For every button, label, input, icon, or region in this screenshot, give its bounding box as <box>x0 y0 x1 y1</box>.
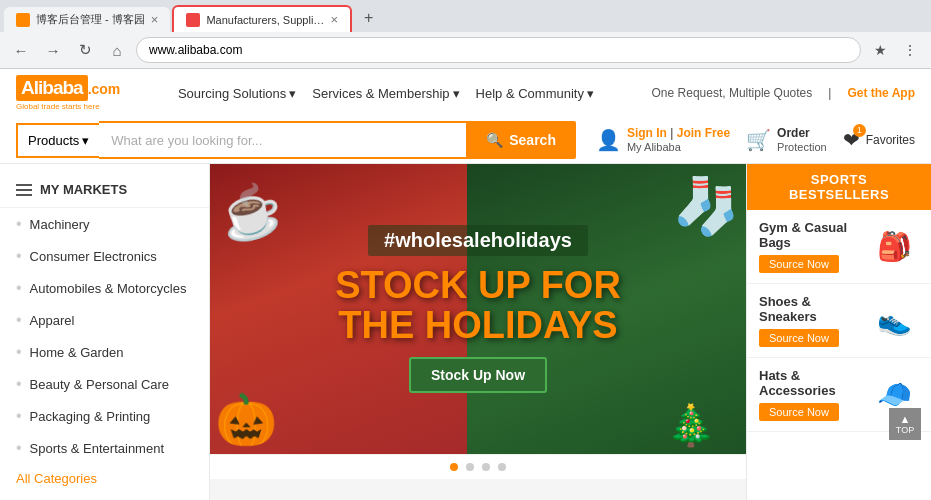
source-now-hats[interactable]: Source Now <box>759 403 839 421</box>
chevron-down-icon-2: ▾ <box>453 86 460 101</box>
tab-2[interactable]: Manufacturers, Suppli… × <box>172 5 352 32</box>
nav-services[interactable]: Services & Membership ▾ <box>312 86 459 101</box>
arrow-up-icon: ▲ <box>900 413 911 425</box>
signin-action[interactable]: 👤 Sign In | Join Free My Alibaba <box>596 126 730 154</box>
user-icon: 👤 <box>596 128 621 152</box>
favorites-label: Favorites <box>866 133 915 147</box>
sidebar-item-packaging[interactable]: Packaging & Printing <box>0 400 209 432</box>
tab1-title: 博客后台管理 - 博客园 <box>36 12 145 27</box>
banner-dot-1[interactable] <box>450 463 458 471</box>
promo-separator: | <box>828 86 831 100</box>
logo-com: .com <box>88 81 121 97</box>
tab2-title: Manufacturers, Suppli… <box>206 14 324 26</box>
banner-dot-2[interactable] <box>466 463 474 471</box>
source-now-bags[interactable]: Source Now <box>759 255 839 273</box>
product-item-shoes: Shoes & Sneakers Source Now 👟 <box>747 284 931 358</box>
sidebar-item-apparel[interactable]: Apparel <box>0 304 209 336</box>
logo-text: Alibaba <box>16 75 88 101</box>
tab1-favicon <box>16 13 30 27</box>
forward-button[interactable]: → <box>40 37 66 63</box>
dropdown-arrow-icon: ▾ <box>82 133 89 148</box>
browser-tabs: 博客后台管理 - 博客园 × Manufacturers, Suppli… × … <box>0 0 931 32</box>
banner-dot-3[interactable] <box>482 463 490 471</box>
banner-dot-4[interactable] <box>498 463 506 471</box>
tab2-favicon <box>186 13 200 27</box>
user-actions: 👤 Sign In | Join Free My Alibaba 🛒 Order… <box>596 126 915 154</box>
shoes-image: 👟 <box>869 296 919 346</box>
sidebar: MY MARKETS Machinery Consumer Electronic… <box>0 164 210 500</box>
hamburger-icon <box>16 184 32 196</box>
top-label: TOP <box>896 425 914 435</box>
sidebar-item-automobiles[interactable]: Automobiles & Motorcycles <box>0 272 209 304</box>
sidebar-item-beauty[interactable]: Beauty & Personal Care <box>0 368 209 400</box>
address-bar[interactable] <box>136 37 861 63</box>
browser-toolbar: ← → ↻ ⌂ ★ ⋮ <box>0 32 931 68</box>
order-label: Order <box>777 126 827 140</box>
banner-area: ☕ 🎃 #wholesaleholidays STOCK UP FOR THE … <box>210 164 746 500</box>
cart-icon: 🛒 <box>746 128 771 152</box>
right-panel-title: Sports BESTSELLERS <box>747 164 931 210</box>
products-dropdown[interactable]: Products ▾ <box>16 123 99 158</box>
nav-sourcing[interactable]: Sourcing Solutions ▾ <box>178 86 296 101</box>
header-right: One Request, Multiple Quotes | Get the A… <box>652 86 915 100</box>
search-icon: 🔍 <box>486 132 503 148</box>
search-area: Products ▾ 🔍 Search 👤 Sign In | Join Fre… <box>0 117 931 163</box>
protection-label: Protection <box>777 141 827 154</box>
banner-hashtag: #wholesaleholidays <box>368 225 588 256</box>
get-app-link[interactable]: Get the App <box>847 86 915 100</box>
search-input[interactable] <box>99 121 466 159</box>
favorites-badge: 1 <box>853 124 866 137</box>
bags-image: 🎒 <box>869 222 919 272</box>
product-item-bags: Gym & Casual Bags Source Now 🎒 <box>747 210 931 284</box>
my-alibaba-label: My Alibaba <box>627 141 730 154</box>
sidebar-item-consumer-electronics[interactable]: Consumer Electronics <box>0 240 209 272</box>
bookmark-icon[interactable]: ★ <box>867 37 893 63</box>
new-tab-icon: + <box>364 9 373 27</box>
tab1-close[interactable]: × <box>151 12 159 27</box>
banner-content: #wholesaleholidays STOCK UP FOR THE HOLI… <box>210 205 746 414</box>
refresh-button[interactable]: ↻ <box>72 37 98 63</box>
logo-area[interactable]: Alibaba .com Global trade starts here <box>16 75 120 111</box>
header-top: Alibaba .com Global trade starts here So… <box>0 69 931 117</box>
toolbar-icons: ★ ⋮ <box>867 37 923 63</box>
order-action[interactable]: 🛒 Order Protection <box>746 126 827 154</box>
header-nav: Sourcing Solutions ▾ Services & Membersh… <box>178 86 594 101</box>
signin-label[interactable]: Sign In <box>627 126 667 140</box>
chevron-down-icon-3: ▾ <box>587 86 594 101</box>
scroll-top-button[interactable]: ▲ TOP <box>889 408 921 440</box>
browser-chrome: 博客后台管理 - 博客园 × Manufacturers, Suppli… × … <box>0 0 931 69</box>
settings-icon[interactable]: ⋮ <box>897 37 923 63</box>
nav-help[interactable]: Help & Community ▾ <box>476 86 594 101</box>
logo-icon: Alibaba .com Global trade starts here <box>16 75 120 111</box>
logo-tagline: Global trade starts here <box>16 102 100 111</box>
product-name-bags: Gym & Casual Bags <box>759 220 861 250</box>
tab2-close[interactable]: × <box>330 12 338 27</box>
banner-dots <box>210 454 746 479</box>
banner-cta-button[interactable]: Stock Up Now <box>409 357 547 393</box>
sidebar-item-sports[interactable]: Sports & Entertainment <box>0 432 209 464</box>
banner-title-line1: STOCK UP FOR <box>250 266 706 306</box>
sidebar-item-all-categories[interactable]: All Categories <box>0 464 209 493</box>
product-name-shoes: Shoes & Sneakers <box>759 294 861 324</box>
home-button[interactable]: ⌂ <box>104 37 130 63</box>
banner-slide: ☕ 🎃 #wholesaleholidays STOCK UP FOR THE … <box>210 164 746 454</box>
sidebar-item-home-garden[interactable]: Home & Garden <box>0 336 209 368</box>
chevron-down-icon: ▾ <box>289 86 296 101</box>
join-label[interactable]: Join Free <box>677 126 730 140</box>
banner-title-line2: THE HOLIDAYS <box>250 306 706 346</box>
tab-new[interactable]: + <box>354 4 383 32</box>
sidebar-title: MY MARKETS <box>0 174 209 208</box>
sidebar-item-machinery[interactable]: Machinery <box>0 208 209 240</box>
source-now-shoes[interactable]: Source Now <box>759 329 839 347</box>
tab-1[interactable]: 博客后台管理 - 博客园 × <box>4 7 170 32</box>
site-header: Alibaba .com Global trade starts here So… <box>0 69 931 164</box>
favorites-action[interactable]: ❤ 1 Favorites <box>843 128 915 152</box>
search-button[interactable]: 🔍 Search <box>466 121 576 159</box>
promo-text: One Request, Multiple Quotes <box>652 86 813 100</box>
main-content: MY MARKETS Machinery Consumer Electronic… <box>0 164 931 500</box>
back-button[interactable]: ← <box>8 37 34 63</box>
right-panel: Sports BESTSELLERS Gym & Casual Bags Sou… <box>746 164 931 500</box>
product-name-hats: Hats & Accessories <box>759 368 861 398</box>
